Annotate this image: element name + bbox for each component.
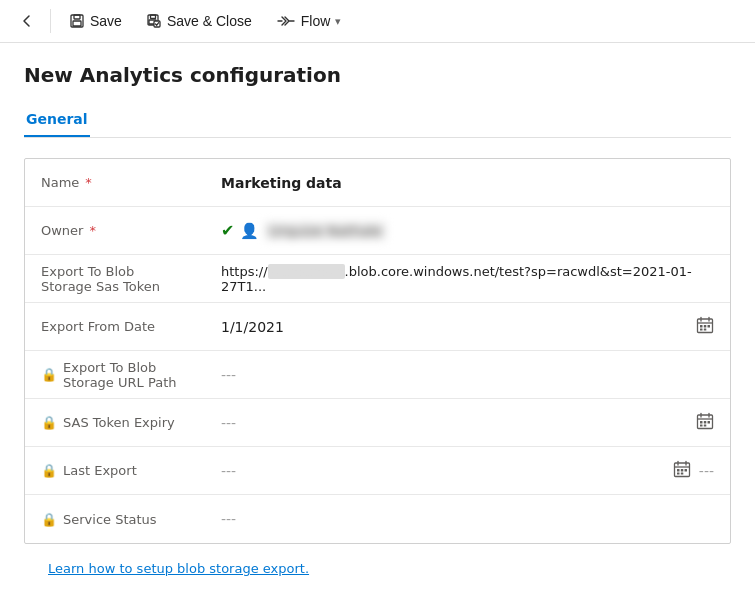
svg-rect-24: [704, 424, 707, 426]
svg-rect-12: [704, 325, 707, 328]
tab-general[interactable]: General: [24, 103, 90, 137]
owner-value: ✔ 👤 Urquize Nathale: [221, 221, 714, 240]
save-button[interactable]: Save: [59, 8, 132, 34]
svg-rect-21: [704, 421, 707, 424]
owner-label: Owner *: [41, 223, 221, 238]
lock-icon-sas-expiry: 🔒: [41, 415, 57, 430]
sas-expiry-label: 🔒 SAS Token Expiry: [41, 415, 221, 430]
form-row-export-from-date: Export From Date 1/1/2021: [25, 303, 730, 351]
export-blob-sas-value: https://xxxxxxxxxx.blob.core.windows.net…: [221, 264, 714, 294]
svg-rect-32: [677, 473, 680, 475]
lock-icon-last-export: 🔒: [41, 463, 57, 478]
form-row-sas-expiry: 🔒 SAS Token Expiry ---: [25, 399, 730, 447]
export-from-date-value: 1/1/2021: [221, 319, 696, 335]
export-from-date-text: 1/1/2021: [221, 319, 284, 335]
svg-rect-4: [150, 15, 155, 19]
toolbar: Save Save & Close Flow ▾: [0, 0, 755, 43]
name-label: Name *: [41, 175, 221, 190]
flow-label: Flow: [301, 13, 331, 29]
svg-rect-11: [700, 325, 703, 328]
service-status-value: ---: [221, 511, 714, 527]
export-from-date-label: Export From Date: [41, 319, 221, 334]
svg-rect-30: [681, 469, 684, 472]
save-icon: [69, 13, 85, 29]
owner-name-text: Urquize Nathale: [265, 222, 385, 240]
form-row-last-export: 🔒 Last Export ---: [25, 447, 730, 495]
last-export-value: ---: [221, 463, 665, 479]
calendar-icon: [696, 316, 714, 334]
form-panel: Name * Marketing data Owner * ✔ 👤 Urquiz…: [24, 158, 731, 544]
save-close-icon: [146, 13, 162, 29]
svg-rect-13: [708, 325, 711, 328]
export-blob-url-label: 🔒 Export To BlobStorage URL Path: [41, 360, 221, 390]
learn-link-row: Learn how to setup blob storage export.: [24, 544, 731, 584]
svg-rect-31: [684, 469, 687, 472]
calendar-icon-sas: [696, 412, 714, 430]
svg-rect-22: [708, 421, 711, 424]
export-blob-url-text: ---: [221, 367, 236, 383]
export-blob-sas-label: Export To BlobStorage Sas Token: [41, 264, 221, 294]
export-blob-sas-text: https://xxxxxxxxxx.blob.core.windows.net…: [221, 264, 714, 294]
svg-rect-2: [73, 21, 81, 26]
flow-dropdown-icon: ▾: [335, 15, 341, 28]
owner-person-icon: 👤: [240, 222, 259, 240]
name-required-star: *: [85, 175, 92, 190]
svg-rect-23: [700, 424, 703, 426]
form-row-name: Name * Marketing data: [25, 159, 730, 207]
calendar-icon-last-export: [673, 460, 691, 478]
save-close-label: Save & Close: [167, 13, 252, 29]
owner-required-star: *: [89, 223, 96, 238]
last-export-calendar-icon[interactable]: [673, 460, 691, 481]
back-icon: [19, 13, 35, 29]
toolbar-separator-1: [50, 9, 51, 33]
form-row-owner: Owner * ✔ 👤 Urquize Nathale: [25, 207, 730, 255]
name-value: Marketing data: [221, 175, 714, 191]
service-status-text: ---: [221, 511, 236, 527]
tab-general-label: General: [26, 111, 88, 127]
sas-expiry-text: ---: [221, 415, 236, 431]
learn-link[interactable]: Learn how to setup blob storage export.: [48, 561, 309, 576]
last-export-label: 🔒 Last Export: [41, 463, 221, 478]
form-row-export-blob-sas: Export To BlobStorage Sas Token https://…: [25, 255, 730, 303]
page-content: New Analytics configuration General Name…: [0, 43, 755, 602]
sas-expiry-calendar-icon[interactable]: [696, 412, 714, 434]
tabs: General: [24, 103, 731, 138]
svg-rect-20: [700, 421, 703, 424]
page-title: New Analytics configuration: [24, 63, 731, 87]
lock-icon-blob-url: 🔒: [41, 367, 57, 382]
service-status-label: 🔒 Service Status: [41, 512, 221, 527]
flow-icon: [276, 13, 296, 29]
last-export-text2: ---: [699, 463, 714, 479]
sas-expiry-value: ---: [221, 415, 696, 431]
owner-check-icon: ✔: [221, 221, 234, 240]
svg-rect-29: [677, 469, 680, 472]
last-export-text1: ---: [221, 463, 236, 479]
export-blob-url-value: ---: [221, 367, 714, 383]
svg-rect-14: [700, 328, 703, 330]
lock-icon-service-status: 🔒: [41, 512, 57, 527]
save-close-button[interactable]: Save & Close: [136, 8, 262, 34]
svg-rect-33: [681, 473, 684, 475]
form-row-service-status: 🔒 Service Status ---: [25, 495, 730, 543]
svg-rect-1: [74, 15, 80, 19]
name-text: Marketing data: [221, 175, 342, 191]
svg-rect-15: [704, 328, 707, 330]
export-from-date-calendar-icon[interactable]: [696, 316, 714, 338]
back-button[interactable]: [12, 6, 42, 36]
form-row-export-blob-url: 🔒 Export To BlobStorage URL Path ---: [25, 351, 730, 399]
save-label: Save: [90, 13, 122, 29]
flow-button[interactable]: Flow ▾: [266, 8, 352, 34]
